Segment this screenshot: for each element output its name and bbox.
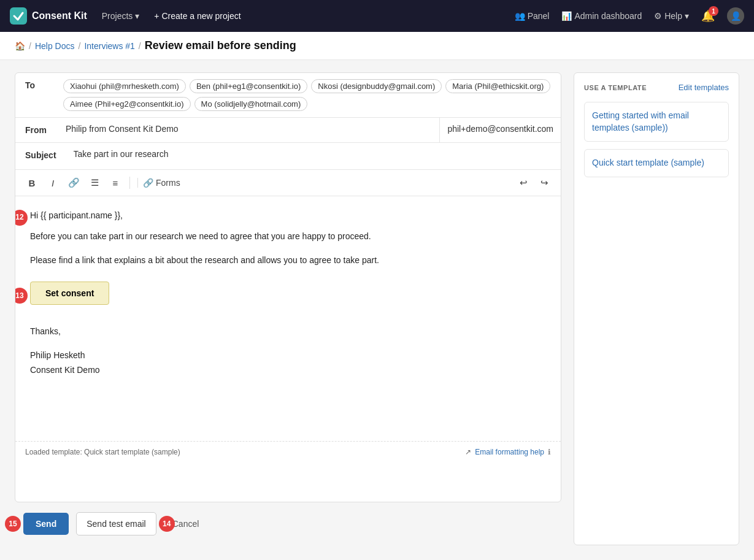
logo[interactable]: Consent Kit: [10, 7, 87, 25]
templates-list: Getting started with email templates (sa…: [584, 102, 729, 177]
editor-signature-name: Philip Hesketh: [30, 348, 546, 362]
action-bar: 15 Send 14 Send test email Cancel: [15, 502, 561, 545]
breadcrumb-help-docs[interactable]: Help Docs: [35, 41, 75, 51]
editor-signature-org: Consent Kit Demo: [30, 363, 546, 377]
nav-admin[interactable]: 📊 Admin dashboard: [561, 11, 642, 21]
from-email: phil+demo@consentkit.com: [439, 118, 561, 142]
recipient-tag: Ben (phil+eg1@consentkit.io): [190, 79, 307, 93]
from-label: From: [15, 118, 58, 142]
editor-greeting: Hi {{ participant.name }},: [30, 209, 123, 222]
sidebar-title: USE A TEMPLATE: [584, 84, 647, 91]
svg-rect-0: [10, 7, 27, 25]
bold-button[interactable]: B: [23, 174, 41, 192]
cancel-button[interactable]: Cancel: [172, 519, 199, 529]
send-button[interactable]: Send: [23, 513, 69, 535]
undo-button[interactable]: ↩: [514, 174, 533, 192]
template-link[interactable]: Quick start template (sample): [592, 158, 704, 167]
to-field: To Xiaohui (phil@mrhesketh.com)Ben (phil…: [15, 73, 561, 118]
subject-input[interactable]: [66, 143, 561, 165]
logo-text: Consent Kit: [32, 10, 87, 21]
email-form: To Xiaohui (phil@mrhesketh.com)Ben (phil…: [15, 72, 561, 502]
nav-notifications[interactable]: 🔔 1: [701, 9, 715, 23]
link-button[interactable]: 🔗: [64, 174, 83, 192]
nav-projects[interactable]: Projects ▾: [102, 11, 140, 21]
toolbar-divider: [129, 177, 130, 189]
notification-badge: 1: [709, 6, 718, 16]
step-badge-14: 14: [159, 516, 175, 532]
send-test-button[interactable]: Send test email: [76, 512, 156, 535]
editor-footer: Loaded template: Quick start template (s…: [15, 442, 561, 462]
breadcrumb-interviews[interactable]: Interviews #1: [84, 41, 134, 51]
set-consent-button[interactable]: Set consent: [30, 282, 109, 305]
template-link[interactable]: Getting started with email templates (sa…: [592, 110, 689, 132]
main-layout: To Xiaohui (phil@mrhesketh.com)Ben (phil…: [0, 60, 754, 558]
email-formatting-help-link[interactable]: Email formatting help: [475, 448, 544, 456]
navbar: Consent Kit Projects ▾ + Create a new pr…: [0, 0, 754, 32]
sidebar-header: USE A TEMPLATE Edit templates: [584, 83, 729, 92]
recipient-tag: Aimee (Phil+eg2@consentkit.io): [63, 97, 191, 111]
template-item[interactable]: Quick start template (sample): [584, 149, 729, 177]
editor-toolbar: B I 🔗 ☰ ≡ 🔗 Forms ↩ ↪: [15, 170, 561, 196]
step-badge-12: 12: [15, 210, 28, 226]
logo-icon: [10, 7, 27, 25]
to-label: To: [15, 73, 58, 98]
breadcrumb: 🏠 / Help Docs / Interviews #1 / Review e…: [0, 32, 754, 60]
nav-right: 👥 Panel 📊 Admin dashboard ⚙ Help ▾ 🔔 1 👤: [515, 7, 744, 25]
nav-avatar[interactable]: 👤: [727, 7, 744, 25]
forms-button[interactable]: 🔗 Forms: [137, 178, 180, 188]
italic-button[interactable]: I: [44, 174, 62, 192]
template-loaded-text: Loaded template: Quick start template (s…: [25, 448, 180, 456]
info-icon: ℹ: [548, 448, 551, 456]
editor-line3: Please find a link that explains a bit a…: [30, 253, 546, 267]
editor-body[interactable]: 12 Hi {{ participant.name }}, Before you…: [15, 196, 561, 442]
recipient-tag: Maria (Phil@ethicskit.org): [445, 79, 550, 93]
nav-create-project[interactable]: + Create a new project: [154, 11, 240, 21]
step-badge-13: 13: [15, 288, 28, 304]
recipient-tag: Xiaohui (phil@mrhesketh.com): [63, 79, 186, 93]
editor-line2: Before you can take part in our research…: [30, 229, 546, 243]
from-name: Philip from Consent Kit Demo: [58, 118, 439, 142]
subject-field: Subject: [15, 143, 561, 170]
number-list-button[interactable]: ≡: [106, 174, 125, 192]
sidebar-panel: USE A TEMPLATE Edit templates Getting st…: [574, 72, 739, 545]
from-field: From Philip from Consent Kit Demo phil+d…: [15, 118, 561, 143]
nav-help[interactable]: ⚙ Help ▾: [654, 11, 689, 21]
to-recipients: Xiaohui (phil@mrhesketh.com)Ben (phil+eg…: [58, 73, 561, 117]
template-item[interactable]: Getting started with email templates (sa…: [584, 102, 729, 142]
subject-label: Subject: [15, 143, 66, 167]
nav-panel[interactable]: 👥 Panel: [515, 11, 550, 21]
edit-templates-link[interactable]: Edit templates: [679, 83, 729, 92]
breadcrumb-home[interactable]: 🏠: [15, 41, 25, 51]
step-badge-15: 15: [5, 516, 21, 532]
toolbar-right: ↩ ↪: [514, 174, 553, 192]
redo-button[interactable]: ↪: [535, 174, 553, 192]
recipient-tag: Nkosi (designbuddy@gmail.com): [311, 79, 442, 93]
page-title: Review email before sending: [145, 39, 296, 52]
editor-thanks: Thanks,: [30, 324, 546, 338]
recipient-tag: Mo (solidjelly@hotmail.com): [194, 97, 308, 111]
bullet-list-button[interactable]: ☰: [85, 174, 104, 192]
